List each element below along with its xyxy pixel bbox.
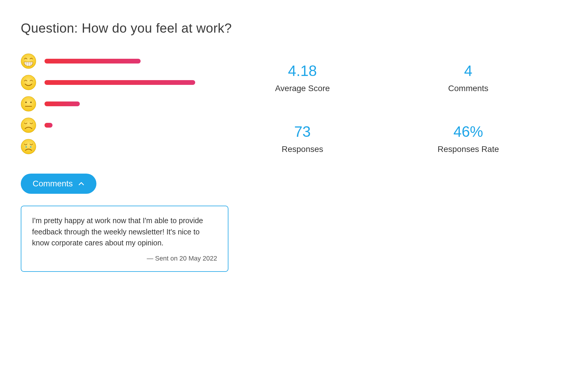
bar-neutral bbox=[44, 101, 80, 106]
stat-label: Comments bbox=[391, 84, 545, 93]
chart-row-crying bbox=[21, 136, 205, 157]
bar-very-happy bbox=[44, 59, 141, 64]
stat-value: 4 bbox=[391, 62, 545, 80]
svg-point-8 bbox=[30, 101, 32, 103]
bar-chart bbox=[21, 50, 205, 157]
stat-comments: 4 Comments bbox=[391, 62, 545, 96]
svg-point-6 bbox=[21, 96, 36, 111]
svg-point-5 bbox=[21, 75, 36, 90]
stat-responses-rate: 46% Responses Rate bbox=[391, 123, 545, 157]
smile-icon bbox=[21, 75, 36, 90]
comment-text: I'm pretty happy at work now that I'm ab… bbox=[32, 215, 217, 249]
stat-average-score: 4.18 Average Score bbox=[225, 62, 379, 96]
svg-point-13 bbox=[30, 146, 31, 148]
page-title: Question: How do you feel at work? bbox=[21, 21, 545, 36]
stat-label: Average Score bbox=[225, 84, 379, 93]
svg-point-0 bbox=[21, 54, 36, 69]
frown-icon bbox=[21, 118, 36, 133]
chart-row-very-happy bbox=[21, 50, 205, 72]
chart-row-sad bbox=[21, 115, 205, 136]
comment-meta: — Sent on 20 May 2022 bbox=[32, 255, 217, 262]
svg-point-11 bbox=[21, 139, 36, 154]
cry-icon bbox=[21, 139, 36, 154]
stat-value: 4.18 bbox=[225, 62, 379, 80]
chart-row-neutral bbox=[21, 93, 205, 115]
comments-button-label: Comments bbox=[33, 179, 73, 188]
neutral-icon bbox=[21, 96, 36, 112]
stat-value: 46% bbox=[391, 123, 545, 140]
grin-icon bbox=[21, 53, 36, 69]
bar-happy bbox=[44, 80, 195, 85]
comments-toggle-button[interactable]: Comments bbox=[21, 174, 96, 194]
stat-label: Responses bbox=[225, 145, 379, 154]
stat-value: 73 bbox=[225, 123, 379, 140]
bar-sad bbox=[44, 123, 53, 128]
chart-row-happy bbox=[21, 72, 205, 93]
comment-card: I'm pretty happy at work now that I'm ab… bbox=[21, 206, 228, 272]
stat-label: Responses Rate bbox=[391, 145, 545, 154]
svg-point-10 bbox=[21, 118, 36, 133]
svg-point-7 bbox=[25, 101, 27, 103]
chevron-up-icon bbox=[78, 180, 85, 187]
stats-panel: 4.18 Average Score 4 Comments 73 Respons… bbox=[217, 50, 545, 157]
svg-point-12 bbox=[26, 146, 27, 148]
stat-responses: 73 Responses bbox=[225, 123, 379, 157]
